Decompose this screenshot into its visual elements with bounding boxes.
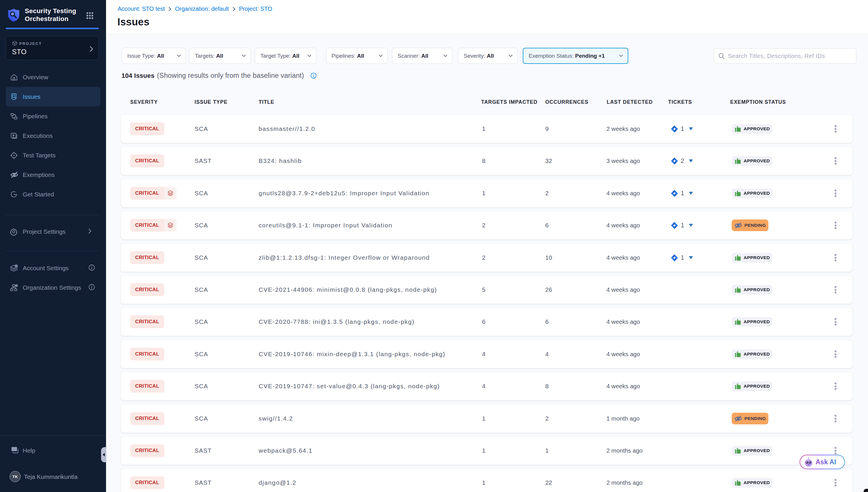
svg-text:?: ? xyxy=(13,447,15,451)
